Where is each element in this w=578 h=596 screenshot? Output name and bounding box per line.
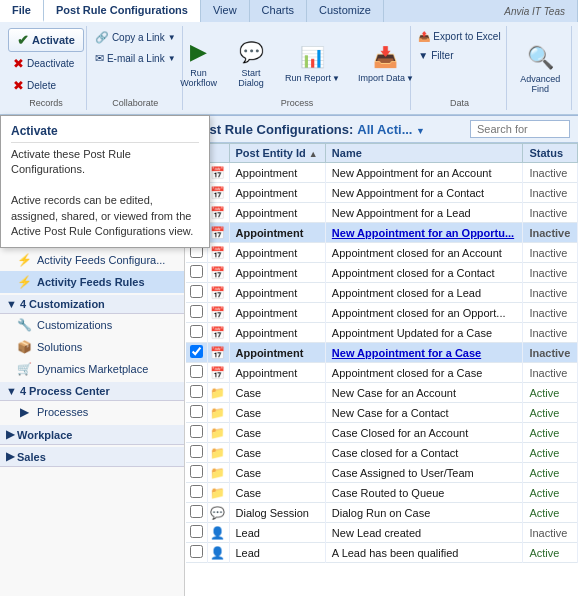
table-row[interactable]: 👤 Lead New Lead created Inactive <box>186 523 578 543</box>
row-checkbox[interactable] <box>190 305 203 318</box>
row-check-cell[interactable] <box>186 383 208 403</box>
row-name-cell[interactable]: New Case for an Account <box>325 383 523 403</box>
row-check-cell[interactable] <box>186 483 208 503</box>
tab-customize[interactable]: Customize <box>307 0 384 22</box>
row-check-cell[interactable] <box>186 363 208 383</box>
row-check-cell[interactable] <box>186 543 208 563</box>
table-row[interactable]: 📅 Appointment New Appointment for a Case… <box>186 343 578 363</box>
row-name-cell[interactable]: New Appointment for a Case <box>325 343 523 363</box>
col-post-entity[interactable]: Post Entity Id ▲ <box>229 144 325 163</box>
row-checkbox[interactable] <box>190 505 203 518</box>
row-name-cell[interactable]: A Lead has been qualified <box>325 543 523 563</box>
table-row[interactable]: 📅 Appointment New Appointment for a Lead… <box>186 203 578 223</box>
row-checkbox[interactable] <box>190 525 203 538</box>
table-row[interactable]: 📅 Appointment Appointment closed for an … <box>186 303 578 323</box>
row-check-cell[interactable] <box>186 463 208 483</box>
sales-header[interactable]: ▶ Sales <box>0 447 184 467</box>
row-check-cell[interactable] <box>186 323 208 343</box>
run-report-button[interactable]: 📊 Run Report ▼ <box>278 37 347 87</box>
sidebar-item-processes[interactable]: ▶ Processes <box>0 401 184 423</box>
row-name-cell[interactable]: Case Closed for an Account <box>325 423 523 443</box>
row-name-cell[interactable]: New Appointment for an Account <box>325 163 523 183</box>
export-excel-button[interactable]: 📤 Export to Excel <box>413 28 505 45</box>
table-row[interactable]: 📅 Appointment Appointment closed for a C… <box>186 363 578 383</box>
tab-file[interactable]: File <box>0 0 44 22</box>
row-checkbox[interactable] <box>190 325 203 338</box>
row-name-cell[interactable]: New Appointment for a Lead <box>325 203 523 223</box>
deactivate-button[interactable]: ✖ Deactivate <box>8 53 79 74</box>
table-row[interactable]: 📅 Appointment Appointment closed for a L… <box>186 283 578 303</box>
row-name-cell[interactable]: Case closed for a Contact <box>325 443 523 463</box>
row-name-cell[interactable]: New Case for a Contact <box>325 403 523 423</box>
row-checkbox[interactable] <box>190 545 203 558</box>
table-row[interactable]: 📅 Appointment New Appointment for an Acc… <box>186 163 578 183</box>
row-name-cell[interactable]: Appointment closed for a Lead <box>325 283 523 303</box>
row-check-cell[interactable] <box>186 283 208 303</box>
table-row[interactable]: 📁 Case Case Assigned to User/Team Active <box>186 463 578 483</box>
delete-button[interactable]: ✖ Delete <box>8 75 61 96</box>
customization-section-header[interactable]: ▼ 4 Customization <box>0 295 184 314</box>
run-workflow-button[interactable]: ▶ RunWorkflow <box>173 32 224 92</box>
row-check-cell[interactable] <box>186 443 208 463</box>
row-check-cell[interactable] <box>186 343 208 363</box>
row-check-cell[interactable] <box>186 523 208 543</box>
row-checkbox[interactable] <box>190 425 203 438</box>
table-row[interactable]: 📅 Appointment Appointment closed for a C… <box>186 263 578 283</box>
row-name-cell[interactable]: Appointment closed for a Contact <box>325 263 523 283</box>
row-checkbox[interactable] <box>190 265 203 278</box>
table-row[interactable]: 📁 Case Case closed for a Contact Active <box>186 443 578 463</box>
table-row[interactable]: 📅 Appointment New Appointment for an Opp… <box>186 223 578 243</box>
table-row[interactable]: 📁 Case New Case for a Contact Active <box>186 403 578 423</box>
sidebar-item-customizations[interactable]: 🔧 Customizations <box>0 314 184 336</box>
import-data-button[interactable]: 📥 Import Data ▼ <box>351 37 421 87</box>
row-check-cell[interactable] <box>186 423 208 443</box>
row-name-cell[interactable]: Appointment closed for an Opport... <box>325 303 523 323</box>
table-row[interactable]: 📁 Case New Case for an Account Active <box>186 383 578 403</box>
workplace-header[interactable]: ▶ Workplace <box>0 425 184 445</box>
email-link-button[interactable]: ✉ E-mail a Link ▼ <box>90 49 181 68</box>
content-filter-label[interactable]: All Acti... ▼ <box>357 122 425 137</box>
row-name-cell[interactable]: Case Routed to Queue <box>325 483 523 503</box>
search-input[interactable] <box>470 120 570 138</box>
row-checkbox[interactable] <box>190 485 203 498</box>
table-row[interactable]: 👤 Lead A Lead has been qualified Active <box>186 543 578 563</box>
start-dialog-button[interactable]: 💬 StartDialog <box>228 32 274 92</box>
table-row[interactable]: 📅 Appointment New Appointment for a Cont… <box>186 183 578 203</box>
row-checkbox[interactable] <box>190 405 203 418</box>
sidebar-item-dynamics-marketplace[interactable]: 🛒 Dynamics Marketplace <box>0 358 184 380</box>
tab-view[interactable]: View <box>201 0 250 22</box>
row-check-cell[interactable] <box>186 403 208 423</box>
process-center-header[interactable]: ▼ 4 Process Center <box>0 382 184 401</box>
row-checkbox[interactable] <box>190 465 203 478</box>
row-checkbox[interactable] <box>190 285 203 298</box>
row-name-cell[interactable]: New Lead created <box>325 523 523 543</box>
row-checkbox[interactable] <box>190 445 203 458</box>
table-row[interactable]: 📅 Appointment Appointment Updated for a … <box>186 323 578 343</box>
sidebar-item-activity-feeds-rules[interactable]: ⚡ Activity Feeds Rules <box>0 271 184 293</box>
row-name-cell[interactable]: New Appointment for an Opportu... <box>325 223 523 243</box>
table-row[interactable]: 💬 Dialog Session Dialog Run on Case Acti… <box>186 503 578 523</box>
row-check-cell[interactable] <box>186 503 208 523</box>
row-name-cell[interactable]: Dialog Run on Case <box>325 503 523 523</box>
row-checkbox[interactable] <box>190 385 203 398</box>
col-status[interactable]: Status <box>523 144 578 163</box>
row-check-cell[interactable] <box>186 303 208 323</box>
table-row[interactable]: 📁 Case Case Routed to Queue Active <box>186 483 578 503</box>
row-checkbox[interactable] <box>190 365 203 378</box>
row-name-cell[interactable]: Case Assigned to User/Team <box>325 463 523 483</box>
sidebar-item-solutions[interactable]: 📦 Solutions <box>0 336 184 358</box>
row-name-cell[interactable]: New Appointment for a Contact <box>325 183 523 203</box>
col-name[interactable]: Name <box>325 144 523 163</box>
table-row[interactable]: 📁 Case Case Closed for an Account Active <box>186 423 578 443</box>
filter-button[interactable]: ▼ Filter <box>413 47 458 64</box>
row-name-cell[interactable]: Appointment closed for an Account <box>325 243 523 263</box>
copy-link-button[interactable]: 🔗 Copy a Link ▼ <box>90 28 181 47</box>
row-name-cell[interactable]: Appointment Updated for a Case <box>325 323 523 343</box>
row-checkbox[interactable] <box>190 345 203 358</box>
row-name-cell[interactable]: Appointment closed for a Case <box>325 363 523 383</box>
activate-button[interactable]: ✔ Activate <box>8 28 84 52</box>
tab-charts[interactable]: Charts <box>250 0 307 22</box>
table-row[interactable]: 📅 Appointment Appointment closed for an … <box>186 243 578 263</box>
advanced-find-button[interactable]: 🔍 AdvancedFind <box>513 38 567 98</box>
sidebar-item-activity-feeds-config[interactable]: ⚡ Activity Feeds Configura... <box>0 249 184 271</box>
